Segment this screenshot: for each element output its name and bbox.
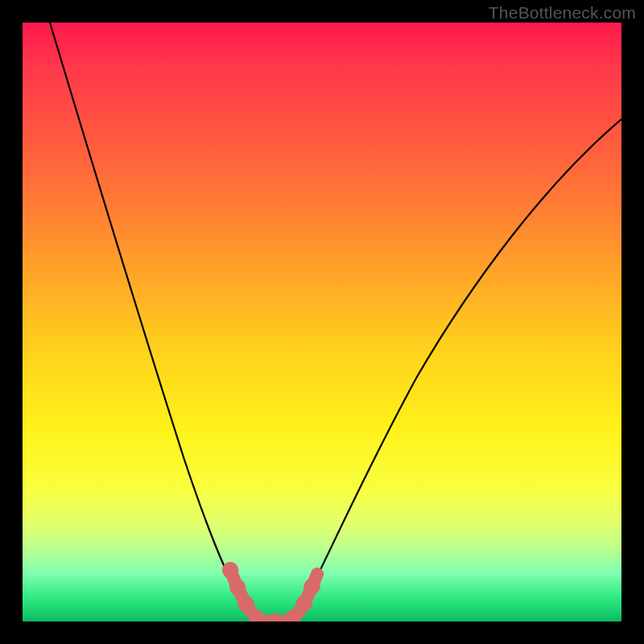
watermark-text: TheBottleneck.com [489, 3, 636, 23]
bottleneck-curve [50, 23, 621, 621]
chart-frame: TheBottleneck.com [0, 0, 644, 644]
chart-curves [23, 23, 621, 621]
chart-plot-area [23, 23, 621, 621]
